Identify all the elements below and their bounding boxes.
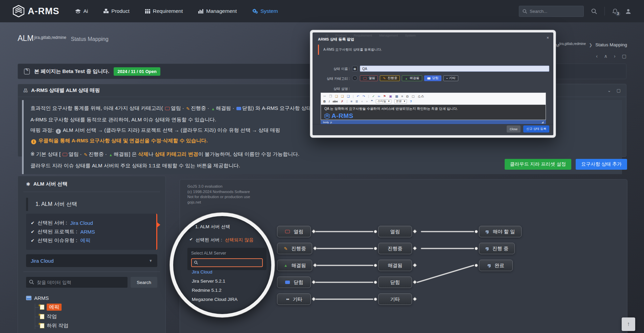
indent-icon[interactable]: » bbox=[366, 100, 368, 103]
nav-item-system[interactable]: System bbox=[252, 8, 278, 14]
server-option-redmine[interactable]: Redmine 5.1.2 bbox=[192, 288, 237, 293]
tree-item-task[interactable]: 작업 bbox=[35, 313, 157, 320]
table-icon[interactable]: ▦ bbox=[395, 95, 398, 98]
link-icon[interactable]: ∞ bbox=[378, 95, 380, 98]
image-icon[interactable]: ▣ bbox=[389, 95, 392, 98]
cut-icon[interactable]: ✂ bbox=[323, 95, 326, 98]
breadcrumb-current: Status Mapping bbox=[595, 42, 627, 47]
node-left-etc[interactable]: ▪▪ 기타 bbox=[277, 293, 311, 305]
selected-server-value: Jira Cloud bbox=[70, 220, 93, 226]
special-char-icon[interactable]: Ω bbox=[406, 95, 409, 98]
node-mid-inprogress[interactable]: 진행중 bbox=[378, 243, 412, 254]
node-mid-open[interactable]: 열림 bbox=[378, 226, 412, 237]
brand-logo[interactable]: A-RMS bbox=[13, 5, 60, 17]
tree-search-input[interactable] bbox=[26, 277, 128, 288]
undo-icon[interactable]: ↶ bbox=[357, 95, 360, 98]
category-field-label: 상태 카테고리 : bbox=[313, 76, 350, 81]
blockquote-icon[interactable]: ❞ bbox=[371, 100, 373, 103]
dropdown-search-box[interactable] bbox=[191, 258, 263, 267]
action-buttons: 클라우드 지라 프리셋 설정 요구사항 상태 추가 bbox=[505, 159, 627, 170]
format-dropdown[interactable]: 본문▾ bbox=[394, 99, 407, 103]
status-name-input[interactable] bbox=[360, 66, 549, 72]
jira-preset-button[interactable]: 클라우드 지라 프리셋 설정 bbox=[505, 159, 572, 170]
resize-grip-icon[interactable]: ◢ bbox=[542, 121, 544, 124]
italic-icon[interactable]: I bbox=[329, 100, 330, 103]
scroll-to-top-button[interactable]: ↑ bbox=[622, 317, 635, 331]
category-chip-open[interactable]: 열림 bbox=[360, 75, 378, 81]
user-avatar-icon[interactable] bbox=[625, 8, 631, 14]
search-icon bbox=[29, 280, 34, 286]
horizontal-rule-icon[interactable]: ≡ bbox=[401, 95, 403, 98]
category-chip-resolved[interactable]: ▲ 해결됨 bbox=[402, 75, 422, 81]
node-right-inprogress[interactable]: 진행 중 bbox=[479, 243, 515, 254]
nav-item-product[interactable]: Product bbox=[104, 8, 129, 14]
strikethrough-icon[interactable]: abc bbox=[333, 100, 338, 103]
node-mid-etc[interactable]: 기타 bbox=[378, 293, 412, 305]
bold-icon[interactable]: B bbox=[323, 100, 326, 103]
node-mid-resolved[interactable]: 해결됨 bbox=[378, 260, 412, 271]
search-input[interactable] bbox=[530, 9, 577, 14]
dash-gray-icon: ▪▪ bbox=[286, 296, 289, 302]
nav-item-requirement[interactable]: Requirement bbox=[145, 8, 183, 14]
pencil-orange-icon: ✎ bbox=[284, 246, 288, 251]
divider bbox=[23, 271, 160, 272]
paste-text-icon[interactable]: ❏ bbox=[341, 95, 344, 98]
modal-submit-button[interactable]: 신규 상태 등록 bbox=[523, 125, 549, 133]
tree-item-epic[interactable]: 에픽 bbox=[35, 304, 157, 311]
collapse-chevron-icon[interactable]: ⌄ bbox=[607, 88, 611, 93]
expand-icon[interactable]: ▢ bbox=[622, 53, 626, 59]
tree-root-arms[interactable]: ARMS bbox=[26, 295, 157, 301]
copy-icon[interactable]: ❐ bbox=[329, 95, 332, 98]
server-dropdown[interactable]: Jira Cloud ▼ bbox=[26, 254, 157, 267]
notification-count-badge: 3 bbox=[616, 11, 620, 16]
bullet-list-icon[interactable]: ≣ bbox=[355, 100, 358, 103]
tree-search-row: Search bbox=[26, 277, 157, 288]
spellcheck-icon[interactable]: ✓ bbox=[372, 95, 375, 98]
numbered-list-icon[interactable]: ≡ bbox=[350, 100, 352, 103]
node-left-open[interactable]: 열림 bbox=[277, 226, 311, 237]
search-submit-icon[interactable] bbox=[591, 8, 597, 14]
beta-open-date-badge: 2024 / 11 / 01 Open bbox=[114, 67, 160, 76]
grid-picker-icon[interactable]: ▦ bbox=[352, 66, 358, 71]
node-mid-closed[interactable]: 닫힘 bbox=[378, 277, 412, 288]
notifications-bell-icon[interactable]: 3 bbox=[612, 8, 618, 14]
editor-content[interactable]: QA 는 정확하게 요구사항을 수용하여 서비스에 반영되었는지 확인하는 최종… bbox=[321, 104, 546, 120]
category-chip-etc[interactable]: ▪▪ 기타 bbox=[443, 75, 458, 81]
server-option-jira-server[interactable]: Jira Server 5.2.1 bbox=[192, 279, 237, 284]
tree-search-button[interactable]: Search bbox=[131, 277, 157, 288]
node-left-resolved[interactable]: ▲ 해결됨 bbox=[277, 260, 312, 271]
node-left-closed[interactable]: 닫힘 bbox=[277, 277, 311, 288]
paste-word-icon[interactable]: ❏ bbox=[347, 95, 350, 98]
tree-item-subtask[interactable]: 하위 작업 bbox=[35, 323, 157, 329]
beta-text: 본 페이지는 Beta Test 중 입니다. bbox=[34, 68, 109, 75]
redo-icon[interactable]: ↷ bbox=[363, 95, 365, 98]
styles-dropdown[interactable]: 스타일▾ bbox=[376, 99, 391, 103]
remove-format-icon[interactable]: ✗ bbox=[341, 100, 344, 103]
globe-icon[interactable]: ◔ bbox=[352, 75, 358, 81]
chevron-up-icon[interactable]: ∧ bbox=[604, 53, 607, 59]
source-button[interactable]: 소스 bbox=[418, 95, 424, 98]
category-chip-inprogress[interactable]: ✎ 진행중 bbox=[380, 75, 400, 81]
chevron-left-icon[interactable]: ‹ bbox=[596, 53, 598, 59]
magnifier-server-dropdown[interactable]: Select ALM Server bbox=[187, 248, 267, 270]
nav-item-management[interactable]: Management bbox=[198, 8, 236, 14]
nav-item-ai[interactable]: Ai bbox=[75, 8, 88, 14]
maximize-icon[interactable]: ▢ bbox=[412, 95, 415, 98]
close-icon[interactable]: × bbox=[547, 35, 549, 40]
node-right-done[interactable]: 완료 bbox=[479, 260, 513, 271]
chevron-right-icon[interactable]: › bbox=[614, 53, 616, 59]
modal-close-button[interactable]: Close bbox=[507, 125, 521, 133]
add-status-button[interactable]: 요구사항 상태 추가 bbox=[576, 159, 627, 170]
category-chip-closed[interactable]: 닫힘 bbox=[424, 75, 441, 81]
server-option-megazone[interactable]: Megazone Cloud JIRA bbox=[192, 297, 237, 302]
server-option-jira-cloud[interactable]: Jira Cloud bbox=[192, 269, 237, 275]
navbar: A-RMS Ai Product Requirement bbox=[0, 0, 644, 22]
anchor-flag-icon[interactable]: ⚑ bbox=[383, 95, 386, 98]
node-right-todo[interactable]: 해야 할 일 bbox=[479, 226, 522, 237]
outdent-icon[interactable]: « bbox=[361, 100, 363, 103]
help-icon[interactable]: ? bbox=[410, 100, 412, 103]
node-left-inprogress[interactable]: ✎ 진행중 bbox=[277, 243, 312, 254]
fullscreen-icon[interactable]: ▢ bbox=[617, 88, 621, 93]
paste-icon[interactable]: ❏ bbox=[335, 95, 338, 98]
sprout-green-icon: ▲ bbox=[405, 77, 408, 80]
